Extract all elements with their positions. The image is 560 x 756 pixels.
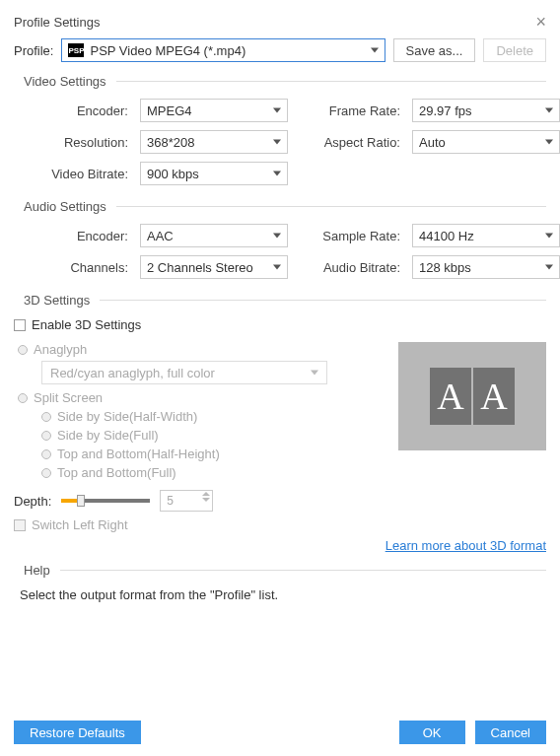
enable-3d-label: Enable 3D Settings — [32, 317, 141, 332]
learn-more-link[interactable]: Learn more about 3D format — [385, 538, 546, 553]
sbs-full-label: Side by Side(Full) — [57, 428, 159, 443]
help-section-label: Help — [14, 563, 50, 578]
switch-lr-label: Switch Left Right — [32, 517, 128, 532]
profile-value: PSP Video MPEG4 (*.mp4) — [90, 43, 245, 58]
resolution-select[interactable]: 368*208 — [140, 130, 288, 154]
audio-encoder-label: Encoder: — [14, 229, 132, 243]
split-screen-radio — [18, 393, 28, 403]
video-bitrate-value: 900 kbps — [147, 167, 199, 181]
sbs-half-label: Side by Side(Half-Width) — [57, 409, 197, 424]
tb-half-label: Top and Bottom(Half-Height) — [57, 447, 220, 461]
3d-section-label: 3D Settings — [14, 293, 90, 308]
chevron-down-icon — [273, 265, 281, 270]
chevron-down-icon — [545, 140, 553, 145]
resolution-value: 368*208 — [147, 135, 194, 150]
samplerate-label: Sample Rate: — [296, 229, 404, 243]
audio-encoder-select[interactable]: AAC — [140, 224, 288, 247]
audio-encoder-value: AAC — [147, 229, 174, 243]
preview-letter-right: A — [473, 368, 515, 425]
ok-button[interactable]: OK — [399, 721, 465, 744]
chevron-down-icon — [545, 108, 553, 113]
audio-bitrate-value: 128 kbps — [419, 260, 471, 275]
channels-value: 2 Channels Stereo — [147, 260, 253, 275]
anaglyph-label: Anaglyph — [34, 342, 87, 357]
samplerate-select[interactable]: 44100 Hz — [412, 224, 560, 247]
dialog-title: Profile Settings — [14, 15, 100, 30]
audio-bitrate-select[interactable]: 128 kbps — [412, 255, 560, 279]
framerate-value: 29.97 fps — [419, 103, 472, 118]
depth-label: Depth: — [14, 494, 51, 509]
split-screen-label: Split Screen — [34, 390, 103, 405]
aspect-select[interactable]: Auto — [412, 130, 560, 154]
divider — [116, 81, 546, 82]
tb-half-radio — [41, 449, 51, 459]
tb-full-radio — [41, 468, 51, 478]
samplerate-value: 44100 Hz — [419, 229, 474, 243]
framerate-select[interactable]: 29.97 fps — [412, 99, 560, 122]
profile-select[interactable]: PSP PSP Video MPEG4 (*.mp4) — [61, 38, 385, 62]
chevron-down-icon — [545, 265, 553, 270]
video-bitrate-label: Video Bitrate: — [14, 167, 132, 181]
chevron-down-icon — [273, 140, 281, 145]
anaglyph-type-value: Red/cyan anaglyph, full color — [50, 366, 215, 380]
chevron-down-icon — [273, 172, 281, 176]
divider — [100, 300, 546, 301]
delete-button: Delete — [483, 38, 546, 62]
chevron-down-icon — [273, 108, 281, 113]
sbs-full-radio — [41, 431, 51, 441]
chevron-down-icon — [202, 498, 210, 502]
aspect-label: Aspect Ratio: — [296, 135, 404, 150]
channels-select[interactable]: 2 Channels Stereo — [140, 255, 288, 279]
chevron-down-icon — [371, 48, 379, 53]
audio-section-label: Audio Settings — [14, 199, 106, 214]
save-as-button[interactable]: Save as... — [393, 38, 476, 62]
depth-value: 5 — [167, 494, 174, 508]
switch-lr-checkbox — [14, 519, 26, 531]
slider-thumb[interactable] — [77, 495, 85, 507]
depth-spinner: 5 — [160, 490, 213, 512]
divider — [116, 206, 546, 207]
psp-icon: PSP — [68, 43, 84, 57]
chevron-down-icon — [545, 234, 553, 239]
3d-preview: A A — [398, 342, 546, 450]
tb-full-label: Top and Bottom(Full) — [57, 465, 176, 480]
chevron-up-icon — [202, 492, 210, 496]
close-icon[interactable]: × — [535, 12, 546, 33]
framerate-label: Frame Rate: — [296, 103, 404, 118]
divider — [60, 570, 546, 571]
chevron-down-icon — [273, 234, 281, 239]
preview-letter-left: A — [430, 368, 471, 425]
help-text: Select the output format from the "Profi… — [20, 587, 546, 602]
sbs-half-radio — [41, 412, 51, 422]
video-encoder-value: MPEG4 — [147, 103, 192, 118]
audio-bitrate-label: Audio Bitrate: — [296, 260, 404, 275]
video-encoder-select[interactable]: MPEG4 — [140, 99, 288, 122]
aspect-value: Auto — [419, 135, 446, 150]
anaglyph-radio — [18, 345, 28, 355]
chevron-down-icon — [311, 371, 318, 376]
resolution-label: Resolution: — [14, 135, 132, 150]
anaglyph-type-select: Red/cyan anaglyph, full color — [41, 361, 327, 384]
restore-defaults-button[interactable]: Restore Defaults — [14, 721, 141, 744]
channels-label: Channels: — [14, 260, 132, 275]
video-encoder-label: Encoder: — [14, 103, 132, 118]
depth-slider[interactable] — [61, 499, 150, 503]
video-bitrate-select[interactable]: 900 kbps — [140, 162, 288, 185]
enable-3d-checkbox[interactable] — [14, 319, 26, 331]
video-section-label: Video Settings — [14, 74, 106, 89]
profile-label: Profile: — [14, 43, 53, 58]
cancel-button[interactable]: Cancel — [475, 721, 546, 744]
